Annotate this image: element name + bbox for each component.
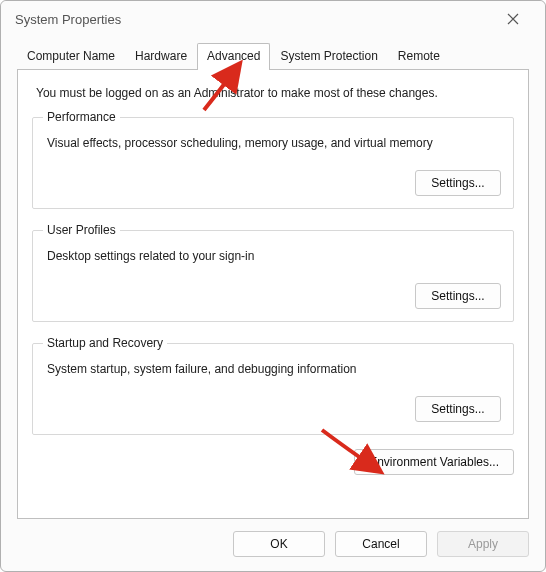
apply-button[interactable]: Apply: [437, 531, 529, 557]
titlebar: System Properties: [1, 1, 545, 37]
tab-system-protection[interactable]: System Protection: [270, 43, 387, 69]
window-title: System Properties: [15, 12, 491, 27]
tab-hardware[interactable]: Hardware: [125, 43, 197, 69]
startup-recovery-settings-button[interactable]: Settings...: [415, 396, 501, 422]
group-startup-recovery: Startup and Recovery System startup, sys…: [32, 336, 514, 435]
group-performance-legend: Performance: [43, 110, 120, 124]
tab-remote[interactable]: Remote: [388, 43, 450, 69]
intro-text: You must be logged on as an Administrato…: [36, 86, 514, 100]
system-properties-window: System Properties Computer Name Hardware…: [0, 0, 546, 572]
tab-advanced[interactable]: Advanced: [197, 43, 270, 70]
dialog-button-row: OK Cancel Apply: [1, 519, 545, 571]
tabstrip: Computer Name Hardware Advanced System P…: [1, 43, 545, 69]
close-button[interactable]: [491, 4, 535, 34]
ok-button[interactable]: OK: [233, 531, 325, 557]
group-user-profiles: User Profiles Desktop settings related t…: [32, 223, 514, 322]
tabpanel-advanced: You must be logged on as an Administrato…: [17, 69, 529, 519]
group-startup-recovery-legend: Startup and Recovery: [43, 336, 167, 350]
tab-computer-name[interactable]: Computer Name: [17, 43, 125, 69]
group-user-profiles-legend: User Profiles: [43, 223, 120, 237]
close-icon: [507, 13, 519, 25]
group-startup-recovery-desc: System startup, system failure, and debu…: [47, 362, 501, 376]
group-performance: Performance Visual effects, processor sc…: [32, 110, 514, 209]
group-performance-desc: Visual effects, processor scheduling, me…: [47, 136, 501, 150]
environment-variables-button[interactable]: Environment Variables...: [354, 449, 514, 475]
user-profiles-settings-button[interactable]: Settings...: [415, 283, 501, 309]
group-user-profiles-desc: Desktop settings related to your sign-in: [47, 249, 501, 263]
performance-settings-button[interactable]: Settings...: [415, 170, 501, 196]
cancel-button[interactable]: Cancel: [335, 531, 427, 557]
